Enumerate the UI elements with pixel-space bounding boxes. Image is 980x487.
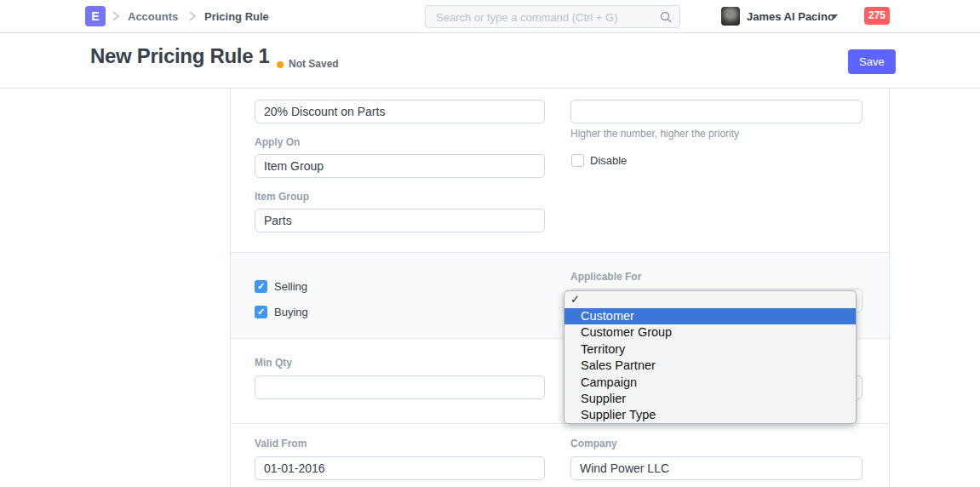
unsaved-status-label: Not Saved [289,58,339,70]
buying-label[interactable]: Buying [274,306,308,318]
dropdown-option-sales-partner[interactable]: Sales Partner [565,358,856,374]
rule-title-field[interactable] [255,100,545,123]
pricing-rule-page: E Accounts Pricing Rule James Al Pacino … [0,0,980,487]
section-divider [231,252,889,253]
selling-checkbox[interactable]: ✓ [255,280,267,293]
save-button[interactable]: Save [848,49,896,74]
dropdown-option-campaign[interactable]: Campaign [565,375,856,391]
min-qty-label: Min Qty [255,357,292,369]
buying-checkbox[interactable]: ✓ [255,306,267,318]
avatar[interactable] [721,7,740,26]
company-field[interactable] [570,456,863,480]
applicable-for-label: Applicable For [570,271,641,283]
dropdown-option-supplier[interactable]: Supplier [565,391,856,407]
dropdown-option-customer[interactable]: Customer [565,308,856,324]
user-menu[interactable]: James Al Pacino [747,10,834,23]
disable-label[interactable]: Disable [590,154,627,167]
dropdown-option-customer-group[interactable]: Customer Group [565,324,856,341]
form-right-border [889,89,890,487]
page-head: New Pricing Rule 1 Not Saved Save [0,33,980,89]
caret-down-icon [831,14,838,19]
valid-from-label: Valid From [255,438,307,450]
selling-label[interactable]: Selling [274,280,307,293]
valid-from-field[interactable] [255,456,545,480]
apply-on-field[interactable] [255,154,545,178]
chevron-right-icon [188,10,197,22]
company-label: Company [570,438,617,450]
applicable-for-dropdown: ✓ Customer Customer Group Territory Sale… [564,290,857,424]
priority-help-text: Higher the number, higher the priority [570,128,739,140]
page-title: New Pricing Rule 1 [90,44,270,68]
dropdown-selected-empty-option[interactable]: ✓ [565,291,856,308]
search-icon[interactable] [659,10,673,24]
dropdown-option-territory[interactable]: Territory [565,341,856,358]
app-logo[interactable]: E [85,6,106,26]
search-input[interactable] [434,6,655,29]
priority-field[interactable] [570,100,863,123]
item-group-label: Item Group [255,191,309,203]
dropdown-option-supplier-type[interactable]: Supplier Type [565,407,856,423]
disable-checkbox[interactable] [571,154,584,167]
notification-count-badge[interactable]: 275 [864,7,890,25]
breadcrumb-accounts[interactable]: Accounts [128,10,178,23]
unsaved-status-dot [277,61,284,68]
breadcrumb-pricing-rule[interactable]: Pricing Rule [204,10,269,23]
item-group-field[interactable] [255,209,545,232]
apply-on-label: Apply On [255,136,300,148]
chevron-right-icon [112,10,120,22]
navbar: E Accounts Pricing Rule James Al Pacino … [0,0,980,33]
global-search [425,5,680,28]
min-qty-field[interactable] [255,375,545,399]
